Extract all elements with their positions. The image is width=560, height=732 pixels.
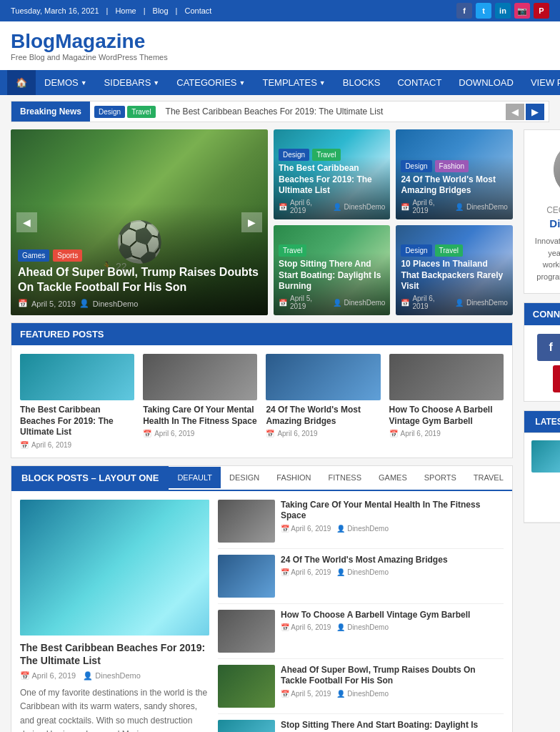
hero-main-date: April 5, 2019 [31, 300, 76, 308]
calendar-icon: 📅 [143, 430, 151, 437]
list-item[interactable]: 24 Of The World's Most Amazing Bridges 📅… [218, 555, 504, 604]
hero-next-button[interactable]: ▶ [241, 212, 262, 232]
tab-latest[interactable]: LATEST [524, 411, 560, 432]
featured-title-2: Taking Care Of Your Mental Health In The… [143, 405, 257, 427]
hero-card-1[interactable]: Design Travel The Best Caribbean Beaches… [274, 129, 390, 219]
hero-card-2[interactable]: Design Fashion 24 Of The World's Most Am… [396, 129, 512, 219]
hero-card-3-info: Travel Stop Sitting There And Start Boat… [274, 239, 390, 315]
breaking-prev-button[interactable]: ◀ [506, 104, 524, 120]
tag-travel[interactable]: Travel [435, 244, 463, 257]
site-logo[interactable]: BlogMagazine [11, 30, 549, 53]
tag-design[interactable]: Design [401, 244, 431, 257]
nav-viewpro[interactable]: VIEW PRO [522, 70, 560, 95]
hero-card-2-title: 24 Of The World's Most Amazing Bridges [401, 174, 507, 197]
featured-meta-4: 📅 April 6, 2019 [389, 430, 504, 437]
author-name[interactable]: DineshDemo [535, 217, 560, 229]
featured-item-1[interactable]: The Best Caribbean Beaches For 2019: The… [20, 354, 134, 449]
hero-card-4[interactable]: Design Travel 10 Places In Thailand That… [396, 225, 512, 315]
nav-blocks[interactable]: BLOCKS [334, 70, 389, 95]
author-avatar [554, 141, 560, 198]
list-item[interactable]: How To Choose A Barbell Vintage Gym Barb… [218, 610, 504, 659]
content-area: ⚽ 🏃 22 Games Sports Ahead Of Super Bowl,… [11, 129, 513, 732]
nav-download[interactable]: DOWNLOAD [450, 70, 522, 95]
breaking-next-button[interactable]: ▶ [526, 104, 544, 120]
nav-templates[interactable]: TEMPLATES ▼ [254, 70, 334, 95]
tab-design[interactable]: DESIGN [221, 467, 268, 488]
tag-sports[interactable]: Sports [53, 249, 82, 262]
tab-fitness[interactable]: FITNESS [320, 467, 370, 488]
tag-travel[interactable]: Travel [127, 106, 155, 118]
breaking-news-text: The Best Caribbean Beaches For 2019: The… [160, 102, 501, 121]
top-bar-blog[interactable]: Blog [153, 6, 169, 15]
pinterest-connect-icon[interactable]: P [553, 365, 560, 392]
sidebar: CEO / Co-Founder DineshDemo Innovative t… [524, 129, 560, 732]
facebook-connect-icon[interactable]: f [537, 334, 560, 361]
twitter-icon[interactable]: t [476, 3, 491, 19]
author-section: CEO / Co-Founder DineshDemo Innovative t… [524, 130, 560, 293]
top-bar-home[interactable]: Home [115, 6, 136, 15]
latest-item[interactable]: The Best Caribbean Beaches For 2019: The… [524, 433, 560, 523]
block-posts-header: BLOCK POSTS – LAYOUT ONE DEFAULT DESIGN … [11, 466, 512, 491]
connect-widget: CONNECT WITH ME f 🐦 in P 📷 [524, 302, 560, 402]
tab-sports[interactable]: SPORTS [416, 467, 465, 488]
tag-travel[interactable]: Travel [279, 244, 306, 257]
hero-prev-button[interactable]: ◀ [16, 212, 37, 232]
featured-item-3[interactable]: 24 Of The World's Most Amazing Bridges 📅… [266, 354, 380, 449]
list-item[interactable]: Stop Sitting There And Start Boating: Da… [218, 720, 504, 732]
block-tabs: DEFAULT DESIGN FASHION FITNESS GAMES SPO… [169, 467, 511, 488]
hero-card-2-info: Design Fashion 24 Of The World's Most Am… [396, 155, 512, 219]
author-title: CEO / Co-Founder [535, 205, 560, 215]
list-item-meta: 📅 April 6, 2019 👤 DineshDemo [281, 525, 504, 533]
list-item-info: Taking Care Of Your Mental Health In The… [281, 500, 504, 543]
latest-item-image [531, 440, 560, 473]
tag-design[interactable]: Design [401, 160, 431, 172]
pinterest-icon[interactable]: P [534, 3, 549, 19]
calendar-icon: 📅 April 6, 2019 [20, 671, 76, 681]
tag-design[interactable]: Design [94, 106, 125, 118]
hero-card-4-info: Design Travel 10 Places In Thailand That… [396, 239, 512, 315]
hero-card-2-tags: Design Fashion [401, 160, 507, 172]
list-item-meta: 📅 April 6, 2019 👤 DineshDemo [281, 623, 504, 631]
featured-item-4[interactable]: How To Choose A Barbell Vintage Gym Barb… [389, 354, 504, 449]
tag-fashion[interactable]: Fashion [435, 160, 469, 172]
list-item[interactable]: Taking Care Of Your Mental Health In The… [218, 500, 504, 549]
tag-games[interactable]: Games [18, 249, 49, 262]
hero-card-3[interactable]: Travel Stop Sitting There And Start Boat… [274, 225, 390, 315]
hero-card-3-meta: 📅April 5, 2019👤DineshDemo [279, 295, 385, 310]
linkedin-icon[interactable]: in [495, 3, 511, 19]
hero-grid: Design Travel The Best Caribbean Beaches… [274, 129, 513, 315]
nav-home[interactable]: 🏠 [7, 70, 36, 95]
nav-contact[interactable]: CONTACT [389, 70, 450, 95]
author-icon: 👤 [79, 299, 89, 308]
top-bar-contact[interactable]: Contact [184, 6, 211, 15]
tab-fashion[interactable]: FASHION [268, 467, 319, 488]
instagram-icon[interactable]: 📷 [514, 3, 530, 19]
tag-design[interactable]: Design [279, 149, 309, 161]
list-item-image [218, 665, 275, 708]
sep1: | [144, 6, 146, 15]
tab-travel[interactable]: TRAVEL [465, 467, 512, 488]
calendar-icon: 📅 [389, 430, 398, 437]
featured-img-2 [143, 354, 257, 400]
list-item-title: Stop Sitting There And Start Boating: Da… [281, 720, 504, 732]
tab-games[interactable]: GAMES [370, 467, 416, 488]
facebook-icon[interactable]: f [456, 3, 472, 19]
tag-travel[interactable]: Travel [312, 149, 340, 161]
featured-posts-header: FEATURED POSTS [11, 323, 512, 345]
featured-item-2[interactable]: Taking Care Of Your Mental Health In The… [143, 354, 257, 449]
breaking-tags: Design Travel [90, 106, 160, 118]
featured-posts-section: FEATURED POSTS The Best Caribbean Beache… [11, 322, 513, 458]
hero-main-author: DineshDemo [93, 300, 139, 308]
nav-demos[interactable]: DEMOS ▼ [36, 70, 96, 95]
tab-default[interactable]: DEFAULT [169, 467, 221, 488]
nav-sidebars[interactable]: SIDEBARS ▼ [96, 70, 169, 95]
featured-meta-2: 📅 April 6, 2019 [143, 430, 257, 437]
featured-date-4: April 6, 2019 [401, 430, 441, 437]
author-icon: 👤 DineshDemo [83, 671, 141, 681]
featured-img-1 [20, 354, 134, 400]
list-item[interactable]: Ahead Of Super Bowl, Trump Raises Doubts… [218, 665, 504, 714]
block-content: The Best Caribbean Beaches For 2019: The… [11, 491, 512, 732]
featured-title-3: 24 Of The World's Most Amazing Bridges [266, 405, 380, 427]
sep2: | [176, 6, 178, 15]
nav-categories[interactable]: CATEGORIES ▼ [168, 70, 254, 95]
